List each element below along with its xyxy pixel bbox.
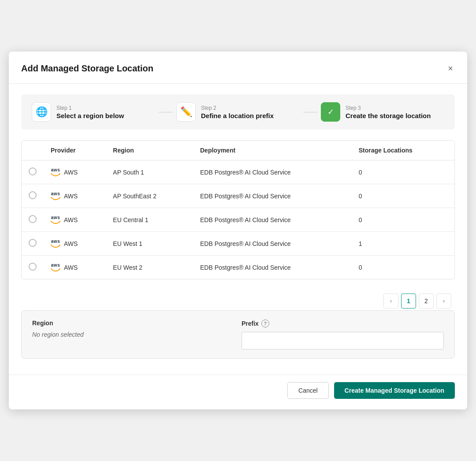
aws-logo-0: aws	[51, 168, 60, 176]
provider-name-2: AWS	[64, 216, 78, 223]
regions-table: Provider Region Deployment Storage Locat…	[22, 141, 454, 279]
aws-smile-icon	[51, 220, 60, 224]
radio-button-0[interactable]	[29, 167, 37, 175]
region-cell-1: AP SouthEast 2	[106, 184, 193, 208]
storage-count-cell-2: 0	[352, 208, 454, 232]
provider-name-1: AWS	[64, 193, 78, 200]
table-row[interactable]: aws AWS EU West 1 EDB Postgres® AI Cloud…	[22, 232, 454, 256]
provider-cell-4: aws AWS	[44, 256, 106, 279]
region-cell-3: EU West 1	[106, 232, 193, 256]
step-3-icon: ✓	[321, 102, 340, 122]
next-page-button[interactable]: ›	[436, 294, 451, 309]
storage-count-cell-1: 0	[352, 184, 454, 208]
no-region-text: No region selected	[32, 331, 234, 338]
provider-name-0: AWS	[64, 169, 78, 176]
step-3-number: Step 3	[346, 105, 431, 111]
col-radio	[22, 141, 44, 160]
table-row[interactable]: aws AWS AP SouthEast 2 EDB Postgres® AI …	[22, 184, 454, 208]
table-row[interactable]: aws AWS AP South 1 EDB Postgres® AI Clou…	[22, 160, 454, 184]
radio-cell-1[interactable]	[22, 184, 44, 208]
provider-name-4: AWS	[64, 264, 78, 271]
provider-name-3: AWS	[64, 240, 78, 247]
aws-smile-icon	[51, 268, 60, 271]
deployment-cell-4: EDB Postgres® AI Cloud Service	[193, 256, 352, 279]
region-cell-4: EU West 2	[106, 256, 193, 279]
prefix-label-row: Prefix ?	[242, 320, 444, 327]
step-2-label: Define a location prefix	[201, 112, 274, 119]
table-row[interactable]: aws AWS EU West 2 EDB Postgres® AI Cloud…	[22, 256, 454, 279]
bottom-section: Region No region selected Prefix ?	[21, 310, 455, 359]
col-region: Region	[106, 141, 193, 160]
region-section: Region No region selected	[32, 320, 234, 349]
table-row[interactable]: aws AWS EU Central 1 EDB Postgres® AI Cl…	[22, 208, 454, 232]
modal-container: Add Managed Storage Location × 🌐 Step 1 …	[9, 52, 467, 409]
modal-footer: Cancel Create Managed Storage Location	[9, 375, 467, 409]
provider-cell-1: aws AWS	[44, 184, 106, 208]
close-button[interactable]: ×	[446, 62, 455, 74]
deployment-cell-1: EDB Postgres® AI Cloud Service	[193, 184, 352, 208]
prefix-section: Prefix ?	[242, 320, 444, 349]
prefix-input[interactable]	[242, 332, 444, 349]
radio-cell-0[interactable]	[22, 160, 44, 184]
radio-cell-2[interactable]	[22, 208, 44, 232]
prefix-label: Prefix	[242, 320, 259, 327]
aws-logo-2: aws	[51, 216, 60, 224]
radio-button-3[interactable]	[29, 239, 37, 247]
provider-cell-0: aws AWS	[44, 160, 106, 184]
deployment-cell-0: EDB Postgres® AI Cloud Service	[193, 160, 352, 184]
step-3-label: Create the storage location	[346, 112, 431, 119]
aws-smile-icon	[51, 173, 60, 176]
step-2: ✏️ Step 2 Define a location prefix	[176, 102, 300, 122]
col-deployment: Deployment	[193, 141, 352, 160]
page-2-button[interactable]: 2	[419, 294, 434, 309]
step-divider-2	[303, 112, 317, 112]
region-label: Region	[32, 320, 234, 327]
modal-header: Add Managed Storage Location ×	[9, 52, 467, 84]
radio-button-4[interactable]	[29, 263, 37, 271]
step-2-icon: ✏️	[176, 102, 196, 122]
step-1: 🌐 Step 1 Select a region below	[32, 102, 155, 122]
region-cell-0: AP South 1	[106, 160, 193, 184]
aws-smile-icon	[51, 197, 60, 200]
table-header-row: Provider Region Deployment Storage Locat…	[22, 141, 454, 160]
radio-button-2[interactable]	[29, 215, 37, 223]
pagination: ‹ 1 2 ›	[21, 288, 455, 310]
provider-cell-3: aws AWS	[44, 232, 106, 256]
provider-cell-2: aws AWS	[44, 208, 106, 232]
storage-count-cell-3: 1	[352, 232, 454, 256]
region-cell-2: EU Central 1	[106, 208, 193, 232]
prefix-help-icon[interactable]: ?	[261, 320, 269, 327]
step-2-text: Step 2 Define a location prefix	[201, 105, 274, 119]
step-3-text: Step 3 Create the storage location	[346, 105, 431, 119]
radio-button-1[interactable]	[29, 191, 37, 199]
step-1-text: Step 1 Select a region below	[56, 105, 124, 119]
aws-logo-4: aws	[51, 263, 60, 271]
prev-page-button[interactable]: ‹	[383, 294, 398, 309]
storage-count-cell-4: 0	[352, 256, 454, 279]
aws-logo-1: aws	[51, 192, 60, 200]
regions-table-container: Provider Region Deployment Storage Locat…	[21, 140, 455, 279]
step-2-number: Step 2	[201, 105, 274, 111]
page-1-button[interactable]: 1	[401, 294, 416, 309]
aws-logo-3: aws	[51, 239, 60, 248]
step-1-label: Select a region below	[56, 112, 124, 119]
step-divider-1	[159, 112, 173, 112]
steps-bar: 🌐 Step 1 Select a region below ✏️ Step 2…	[21, 94, 455, 130]
modal-title: Add Managed Storage Location	[21, 63, 153, 74]
radio-cell-4[interactable]	[22, 256, 44, 279]
deployment-cell-3: EDB Postgres® AI Cloud Service	[193, 232, 352, 256]
step-1-number: Step 1	[56, 105, 124, 111]
radio-cell-3[interactable]	[22, 232, 44, 256]
step-1-icon: 🌐	[32, 102, 51, 122]
modal-body: 🌐 Step 1 Select a region below ✏️ Step 2…	[9, 84, 467, 373]
col-provider: Provider	[44, 141, 106, 160]
storage-count-cell-0: 0	[352, 160, 454, 184]
deployment-cell-2: EDB Postgres® AI Cloud Service	[193, 208, 352, 232]
step-3: ✓ Step 3 Create the storage location	[321, 102, 444, 122]
create-button[interactable]: Create Managed Storage Location	[334, 382, 455, 399]
cancel-button[interactable]: Cancel	[287, 382, 329, 399]
aws-smile-icon	[51, 244, 60, 248]
col-storage-locations: Storage Locations	[352, 141, 454, 160]
